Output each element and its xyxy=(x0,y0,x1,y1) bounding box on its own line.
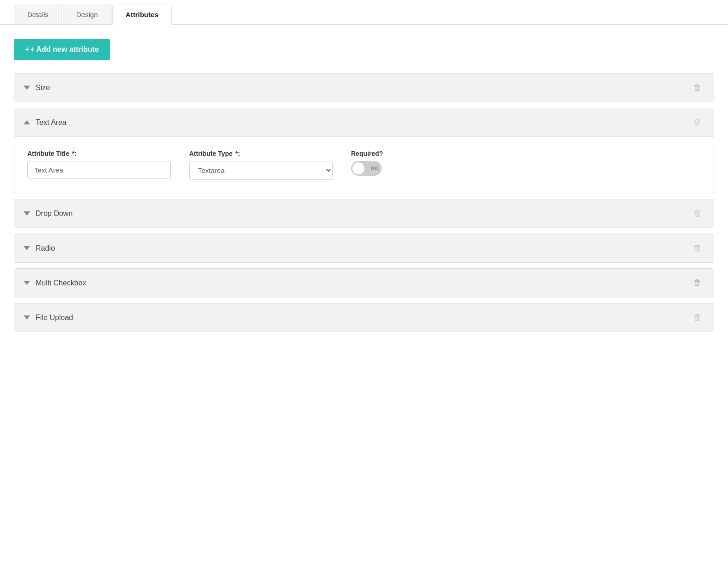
attribute-header-text-area[interactable]: Text Area xyxy=(14,108,714,136)
attribute-title-file-upload: File Upload xyxy=(36,314,73,322)
required-star-type: * xyxy=(235,150,238,157)
attribute-header-multi-checkbox[interactable]: Multi Checkbox xyxy=(14,269,714,297)
chevron-down-icon xyxy=(24,281,30,285)
chevron-down-icon xyxy=(24,211,30,216)
attribute-type-label: Attribute Type *: xyxy=(189,150,333,157)
toggle-slider: NO xyxy=(351,161,382,176)
delete-file-upload-button[interactable] xyxy=(691,311,704,324)
attribute-type-select[interactable]: Text Textarea Drop Down Radio Multi Chec… xyxy=(189,161,333,180)
required-star: * xyxy=(72,150,74,157)
attribute-title-text-area: Text Area xyxy=(36,118,67,127)
attribute-list: Size Text Area xyxy=(14,73,714,332)
plus-icon: + xyxy=(25,45,29,54)
attribute-title-input[interactable] xyxy=(27,161,171,179)
attribute-header-file-upload[interactable]: File Upload xyxy=(14,303,714,332)
delete-text-area-button[interactable] xyxy=(691,116,704,129)
chevron-down-icon xyxy=(24,86,30,90)
attribute-card-multi-checkbox: Multi Checkbox xyxy=(14,268,714,297)
trash-icon xyxy=(693,117,702,127)
trash-icon xyxy=(693,243,702,253)
delete-radio-button[interactable] xyxy=(691,241,704,255)
attribute-title-size: Size xyxy=(36,84,50,92)
trash-icon xyxy=(693,278,702,287)
add-new-attribute-button[interactable]: + + Add new attribute xyxy=(14,39,110,60)
attribute-title-label: Attribute Title *: xyxy=(27,150,171,157)
attribute-header-size[interactable]: Size xyxy=(14,74,714,102)
attribute-header-drop-down[interactable]: Drop Down xyxy=(14,199,714,228)
attribute-card-size: Size xyxy=(14,73,714,102)
attribute-card-file-upload: File Upload xyxy=(14,303,714,332)
trash-icon xyxy=(693,83,702,92)
delete-size-button[interactable] xyxy=(691,81,704,94)
attribute-title-drop-down: Drop Down xyxy=(36,210,73,218)
attribute-card-text-area: Text Area Attribute Title *: xyxy=(14,108,714,193)
chevron-down-icon xyxy=(24,315,30,320)
attribute-body-text-area: Attribute Title *: Attribute Type *: Tex… xyxy=(14,136,714,193)
required-toggle[interactable]: NO xyxy=(351,161,382,176)
tab-attributes[interactable]: Attributes xyxy=(112,5,172,25)
delete-multi-checkbox-button[interactable] xyxy=(691,276,704,290)
trash-icon xyxy=(693,313,702,322)
field-group-title: Attribute Title *: xyxy=(27,150,171,179)
attribute-title-radio: Radio xyxy=(36,244,55,253)
required-label: Required? xyxy=(351,150,383,157)
delete-drop-down-button[interactable] xyxy=(691,207,704,220)
attribute-header-radio[interactable]: Radio xyxy=(14,234,714,262)
field-group-type: Attribute Type *: Text Textarea Drop Dow… xyxy=(189,150,333,180)
chevron-down-icon xyxy=(24,246,30,250)
tab-details[interactable]: Details xyxy=(14,5,62,24)
attribute-card-drop-down: Drop Down xyxy=(14,199,714,228)
tabs-bar: Details Design Attributes xyxy=(0,0,728,25)
main-content: + + Add new attribute Size Text Area xyxy=(0,25,728,346)
trash-icon xyxy=(693,209,702,218)
attribute-title-multi-checkbox: Multi Checkbox xyxy=(36,279,86,287)
attribute-card-radio: Radio xyxy=(14,234,714,263)
toggle-no-text: NO xyxy=(371,166,379,171)
chevron-up-icon xyxy=(24,120,30,124)
tab-design[interactable]: Design xyxy=(63,5,111,24)
toggle-group-required: Required? NO xyxy=(351,150,383,176)
